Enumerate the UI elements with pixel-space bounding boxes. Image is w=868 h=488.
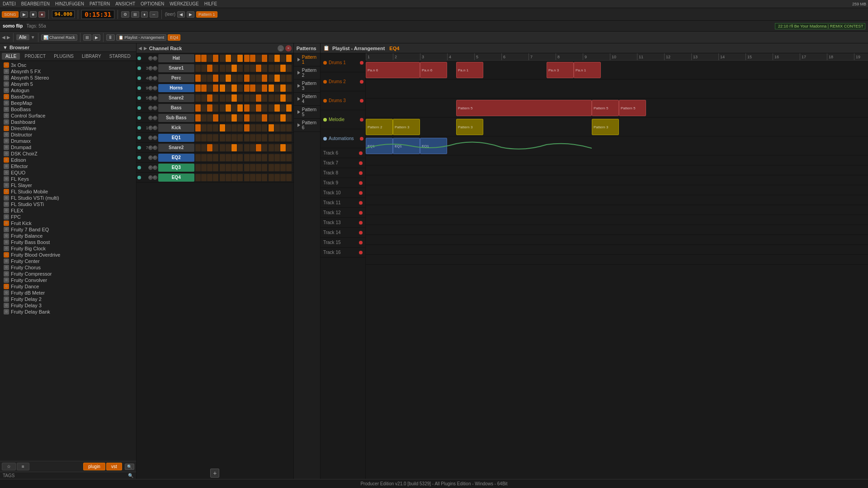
browser-item[interactable]: ⚙Fruity 7 Band EQ [0,226,136,233]
step-button[interactable] [213,114,218,122]
step-button[interactable] [280,84,286,92]
step-button[interactable] [256,104,261,112]
step-button[interactable] [220,84,225,92]
browser-item[interactable]: ⚙DirectWave [0,125,136,131]
step-button[interactable] [286,164,292,171]
step-button[interactable] [250,144,255,151]
pattern-nav-btn[interactable]: ⊞ [83,34,91,41]
timeline-row-empty[interactable] [366,165,868,175]
menu-item-optionen[interactable]: OPTIONEN [140,1,165,6]
browser-search-btn[interactable]: 🔍 [125,464,134,470]
pattern-item[interactable]: Pattern 1 [294,53,320,66]
step-button[interactable] [256,124,261,131]
step-button[interactable] [274,94,280,102]
step-button[interactable] [262,84,267,92]
menu-item-werkzeuge[interactable]: WERKZEUGE [169,1,199,6]
step-button[interactable] [207,84,212,92]
song-mode-btn[interactable]: SONG [2,11,19,18]
pattern-block[interactable]: Pattern 3 [456,119,483,135]
step-button[interactable] [226,104,231,112]
step-button[interactable] [250,114,255,122]
browser-item[interactable]: ⚙FL Slayer [0,182,136,188]
step-button[interactable] [274,75,280,82]
step-button[interactable] [237,144,243,151]
cr-minimize[interactable]: _ [278,45,284,52]
step-button[interactable] [280,174,286,181]
step-button[interactable] [231,164,237,171]
browser-item[interactable]: ⚙Fruit Kick [0,220,136,226]
step-button[interactable] [250,174,255,181]
track-label[interactable]: Drums 3 [321,91,365,110]
step-button[interactable] [269,55,274,62]
channel-name-button[interactable]: Horns [158,84,194,92]
mixer-btn[interactable]: 🎚 [106,34,115,41]
step-button[interactable] [280,124,286,131]
step-button[interactable] [269,94,274,102]
step-button[interactable] [250,124,255,131]
play-btn[interactable]: ▶ [20,11,28,18]
step-button[interactable] [256,55,261,62]
step-button[interactable] [195,134,201,141]
step-button[interactable] [226,174,231,181]
channel-knob[interactable] [148,175,153,180]
step-button[interactable] [213,174,218,181]
record-btn[interactable]: ● [38,11,45,18]
empty-track-dot[interactable] [359,211,363,215]
pattern-block[interactable]: Pa.n 1 [574,62,601,78]
step-button[interactable] [201,75,207,82]
timeline-row[interactable]: EQ1EQ1EQ1 [366,136,868,155]
timeline-row[interactable]: Pattern 5Pattern 5Pattern 5 [366,99,868,117]
search-icon[interactable]: 🔍 [128,473,133,478]
step-button[interactable] [207,174,212,181]
step-button[interactable] [201,154,207,161]
step-button[interactable] [244,134,250,141]
step-button[interactable] [286,65,292,72]
pattern-block[interactable]: Pa.n 6 [366,62,420,78]
pattern-block[interactable]: Pa.n 6 [420,62,447,78]
step-button[interactable] [231,65,237,72]
pattern-name-btn[interactable]: Pattern 1 [196,11,217,18]
step-button[interactable] [250,75,255,82]
step-button[interactable] [226,134,231,141]
empty-track-dot[interactable] [359,191,363,195]
step-button[interactable] [195,84,201,92]
browser-item[interactable]: ⚙BooBass [0,106,136,113]
channel-knob[interactable] [148,96,153,100]
step-button[interactable] [231,154,237,161]
step-button[interactable] [226,114,231,122]
step-button[interactable] [220,104,225,112]
step-button[interactable] [274,134,280,141]
step-button[interactable] [286,75,292,82]
step-button[interactable] [226,154,231,161]
browser-item[interactable]: ⚙FPC [0,214,136,220]
timeline-row-empty[interactable] [366,205,868,215]
channel-knob-2[interactable] [153,165,157,170]
browser-item[interactable]: ⚙Autogun [0,87,136,94]
eq4-btn[interactable]: EQ4 [168,34,180,41]
browser-item[interactable]: ⚙Absynth 5 [0,81,136,87]
track-label[interactable]: Drums 2 [321,72,365,91]
pattern-item[interactable]: Pattern 4 [294,93,320,106]
step-button[interactable] [207,144,212,151]
step-button[interactable] [220,55,225,62]
track-record-dot[interactable] [360,80,363,84]
pattern-item[interactable]: Pattern 3 [294,80,320,93]
step-button[interactable] [256,114,261,122]
step-button[interactable] [195,75,201,82]
step-button[interactable] [207,134,212,141]
channel-active-dot[interactable] [137,156,141,160]
channel-knob-2[interactable] [153,56,157,61]
step-button[interactable] [231,134,237,141]
step-button[interactable] [286,94,292,102]
empty-track-dot[interactable] [359,201,363,205]
menu-item-pattern[interactable]: PATTERN [89,1,111,6]
step-button[interactable] [237,84,243,92]
browser-item[interactable]: ⚙Fruity dB Meter [0,290,136,296]
step-button[interactable] [250,134,255,141]
step-button[interactable] [207,164,212,171]
step-button[interactable] [244,154,250,161]
step-button[interactable] [220,114,225,122]
browser-item[interactable]: ⚙Absynth 5 Stereo [0,75,136,81]
step-button[interactable] [262,124,267,131]
browser-item[interactable]: ⚙Drumaxx [0,138,136,144]
